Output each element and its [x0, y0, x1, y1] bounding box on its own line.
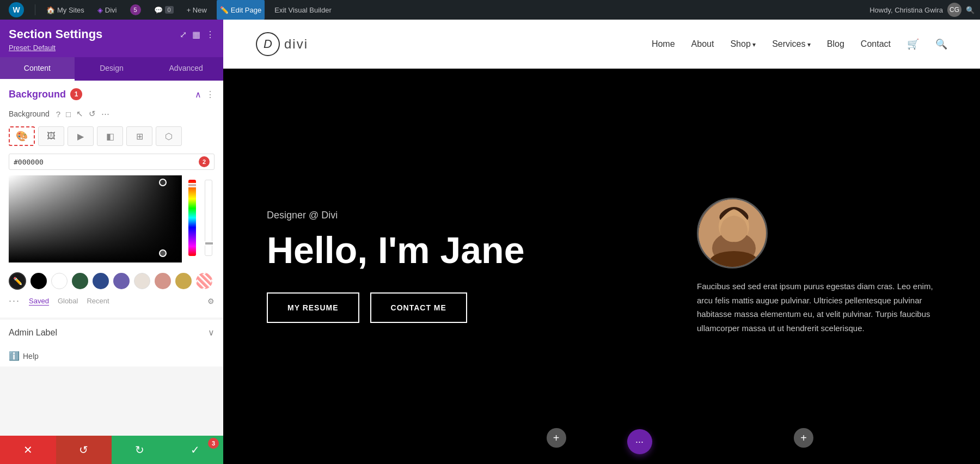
background-badge-1: 1 [70, 88, 82, 100]
bg-type-color-btn[interactable]: 🎨 [9, 126, 35, 146]
user-avatar[interactable]: CG [947, 3, 961, 17]
hero-right-column: Faucibus sed sed erat ipsum purus egesta… [697, 198, 936, 335]
contact-me-button[interactable]: CONTACT ME [370, 292, 467, 323]
more-options-icon[interactable]: ⋮ [206, 29, 215, 40]
tab-advanced[interactable]: Advanced [149, 57, 223, 81]
bg-type-video-btn[interactable]: ▶ [68, 126, 94, 146]
bg-gradient-icon: ◧ [106, 131, 114, 142]
admin-label-chevron-icon: ∨ [208, 327, 215, 338]
howdy-text: Howdy, Christina Gwira [869, 6, 943, 14]
hue-cursor [187, 183, 197, 187]
save-check-icon: ✓ [191, 443, 200, 456]
background-section-title: Background 1 [9, 88, 82, 100]
swatch-black[interactable] [30, 273, 47, 289]
divi-item[interactable]: ◈ Divi [94, 0, 120, 20]
add-section-right-button[interactable]: + [794, 428, 813, 448]
hero-section: Designer @ Divi Hello, I'm Jane MY RESUM… [223, 69, 980, 464]
swatch-dots-icon[interactable]: ··· [9, 295, 20, 307]
swatch-green[interactable] [72, 273, 88, 289]
section-chevron-up-icon[interactable]: ∧ [195, 89, 201, 100]
new-item[interactable]: + New [183, 0, 210, 20]
alpha-slider[interactable] [205, 180, 212, 256]
save-button[interactable]: ✓ 3 [168, 436, 224, 464]
background-section-header: Background 1 ∧ ⋮ [0, 81, 223, 108]
logo-divi-text: divi [284, 36, 308, 52]
swatch-purple[interactable] [113, 273, 130, 289]
site-navigation: D divi Home About Shop Services Blog Con… [223, 20, 980, 69]
panel-header-icons: ⤢ ▦ ⋮ [180, 29, 215, 40]
add-section-left-button[interactable]: + [547, 428, 566, 448]
nav-shop[interactable]: Shop [730, 39, 756, 49]
tab-content[interactable]: Content [0, 57, 75, 81]
wp-admin-bar: W 🏠 My Sites ◈ Divi 5 💬 0 + New ✏️ Edit … [0, 0, 980, 20]
comments-item[interactable]: 💬 0 [151, 0, 177, 20]
preset-label[interactable]: Preset: Default [9, 44, 56, 52]
color-sliders [186, 175, 198, 262]
tab-design[interactable]: Design [75, 57, 149, 81]
bg-reset-icon[interactable]: ↺ [88, 108, 97, 120]
tab-content-label: Content [24, 64, 51, 72]
nav-search-icon[interactable]: 🔍 [935, 38, 947, 50]
my-sites-label: My Sites [57, 6, 84, 14]
panel-body: Background 1 ∧ ⋮ Background ? □ [0, 81, 223, 436]
hex-input-row: 2 [9, 154, 215, 170]
nav-about[interactable]: About [691, 39, 714, 49]
swatch-gear-icon[interactable]: ⚙ [207, 297, 215, 306]
save-badge-3: 3 [208, 438, 219, 449]
cart-icon[interactable]: 🛒 [907, 38, 919, 50]
bg-cursor-icon[interactable]: ↖ [75, 108, 84, 120]
swatch-blue[interactable] [93, 273, 109, 289]
search-icon[interactable]: 🔍 [966, 6, 975, 14]
bg-help-icon[interactable]: ? [55, 108, 62, 120]
undo-button[interactable]: ↺ [56, 436, 112, 464]
bg-responsive-icon[interactable]: □ [65, 108, 72, 120]
color-cursor-bottom [159, 249, 167, 257]
color-gradient-canvas[interactable] [9, 175, 182, 262]
swatch-gold[interactable] [175, 273, 192, 289]
bg-type-pattern-btn[interactable]: ⊞ [126, 126, 152, 146]
fullscreen-icon[interactable]: ⤢ [180, 29, 187, 40]
comment-count: 0 [165, 6, 174, 14]
nav-services[interactable]: Services [772, 39, 811, 49]
swatch-tab-recent[interactable]: Recent [87, 297, 109, 305]
swatch-pink[interactable] [155, 273, 171, 289]
columns-icon[interactable]: ▦ [192, 29, 200, 40]
edit-page-label: Edit Page [231, 6, 261, 14]
redo-button[interactable]: ↻ [112, 436, 168, 464]
swatch-tabs: ··· Saved Global Recent ⚙ [9, 293, 215, 309]
exit-visual-builder-button[interactable]: Exit Visual Builder [271, 0, 335, 20]
bg-more-icon[interactable]: ⋯ [100, 108, 111, 120]
swatch-white[interactable] [51, 273, 68, 289]
nav-contact[interactable]: Contact [861, 39, 891, 49]
my-sites-item[interactable]: 🏠 My Sites [43, 0, 88, 20]
bg-type-mask-btn[interactable]: ⬡ [156, 126, 182, 146]
swatch-cream[interactable] [134, 273, 150, 289]
swatch-picker-icon[interactable]: ✏️ [9, 272, 26, 290]
nav-home[interactable]: Home [652, 39, 675, 49]
hue-slider[interactable] [188, 180, 196, 256]
swatch-tab-saved[interactable]: Saved [29, 297, 49, 306]
my-resume-button[interactable]: MY RESUME [267, 292, 359, 323]
bar-separator-1 [35, 4, 35, 15]
help-label[interactable]: Help [23, 352, 39, 361]
divi-logo-icon: ◈ [97, 6, 103, 14]
cancel-button[interactable]: ✕ [0, 436, 56, 464]
background-label: Background [9, 109, 50, 118]
bg-type-gradient-btn[interactable]: ◧ [97, 126, 123, 146]
bg-type-image-btn[interactable]: 🖼 [38, 126, 64, 146]
swatch-striped[interactable] [196, 273, 212, 289]
logo-d-icon: D [256, 32, 280, 56]
divi-floating-menu-button[interactable]: ··· [627, 429, 652, 454]
section-more-icon[interactable]: ⋮ [206, 89, 215, 100]
admin-label-header[interactable]: Admin Label ∨ [9, 327, 215, 338]
divi-count-badge: 5 [130, 4, 141, 15]
profile-avatar [697, 198, 768, 268]
edit-page-button[interactable]: ✏️ Edit Page [217, 0, 265, 20]
alpha-slider-container [203, 175, 215, 262]
hex-input[interactable] [14, 158, 199, 166]
divi-badge-item[interactable]: 5 [127, 0, 144, 20]
nav-blog[interactable]: Blog [827, 39, 844, 49]
hero-left-column: Designer @ Divi Hello, I'm Jane MY RESUM… [267, 210, 697, 323]
swatch-tab-global[interactable]: Global [58, 297, 78, 305]
wp-logo-item[interactable]: W [5, 0, 27, 20]
